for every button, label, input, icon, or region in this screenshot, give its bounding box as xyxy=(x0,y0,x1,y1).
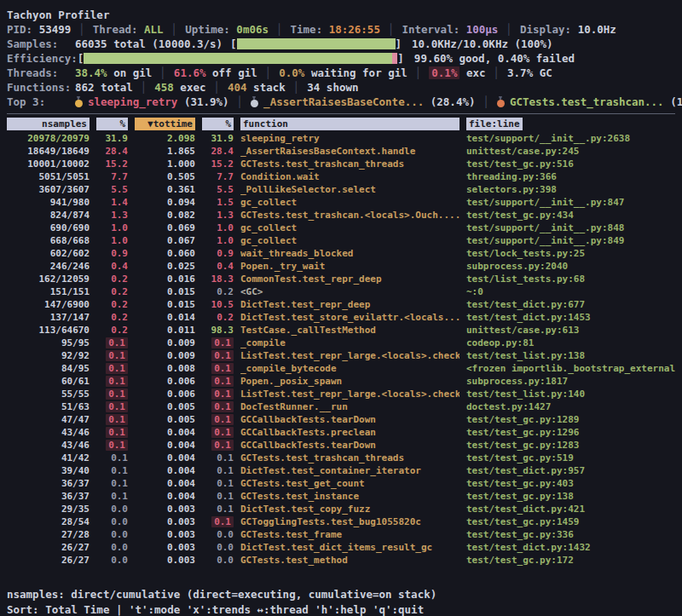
cumulative-pct-cell: 0.2 xyxy=(202,285,234,298)
file-line-cell: test/test_dict.py:421 xyxy=(466,503,675,515)
nsamples-cell: 39/40 xyxy=(7,464,90,477)
table-row[interactable]: 824/8741.30.0821.3GCTests.test_trashcan.… xyxy=(7,209,675,222)
table-row[interactable]: 246/2460.40.0250.4Popen._try_waitsubproc… xyxy=(7,260,675,273)
file-line-cell: test/support/__init__.py:2638 xyxy=(466,132,675,145)
table-row[interactable]: 151/1510.20.0150.2<GC>~:0 xyxy=(7,285,675,298)
pid-value: 53499 xyxy=(39,23,72,36)
table-row[interactable]: 28/540.00.0030.1GCTogglingTests.test_bug… xyxy=(7,515,675,528)
file-line-cell: subprocess.py:1817 xyxy=(466,375,675,388)
top-function[interactable]: _AssertRaisesBaseConte... (28.4%) xyxy=(251,95,475,108)
separator: │ xyxy=(293,81,300,94)
table-row[interactable]: 5051/50517.70.5057.7Condition.waitthread… xyxy=(7,170,675,183)
nsamples-cell: 246/246 xyxy=(7,260,90,273)
table-row[interactable]: 18649/1864928.41.86528.4_AssertRaisesBas… xyxy=(7,145,675,158)
table-row[interactable]: 147/69000.20.01510.5DictTest.test_repr_d… xyxy=(7,298,675,311)
table-row[interactable]: 41/420.10.0040.1GCTests.test_trashcan_th… xyxy=(7,452,675,464)
samples-progress-bar xyxy=(237,38,396,49)
nsamples-cell: 60/61 xyxy=(7,375,90,388)
table-row[interactable]: 92/920.10.0090.1ListTest.test_repr_large… xyxy=(7,349,675,362)
thread-stat: 61.6% off gil xyxy=(174,66,257,79)
table-row[interactable]: 51/630.10.0050.1DocTestRunner.__rundocte… xyxy=(7,400,675,413)
table-row[interactable]: 55/550.10.0060.1ListTest.test_repr_large… xyxy=(7,388,675,400)
cumulative-pct-cell: 0.1 xyxy=(202,400,234,413)
tottime-cell: 0.094 xyxy=(135,196,195,209)
nsamples-cell: 162/12059 xyxy=(7,273,90,285)
separator: │ xyxy=(494,66,500,79)
bar-open-bracket: [ xyxy=(230,37,237,50)
efficiency-label: Efficiency: xyxy=(7,52,78,65)
uptime-label: Uptime: xyxy=(185,23,230,36)
efficiency-bar xyxy=(84,53,397,64)
top-function-share: (31.9%) xyxy=(177,95,228,108)
cumulative-pct-cell: 0.1 xyxy=(202,413,234,426)
table-row[interactable]: 60/610.10.0060.1Popen._posix_spawnsubpro… xyxy=(7,375,675,388)
table-row[interactable]: 43/460.10.0040.1GCCallbackTests.preclean… xyxy=(7,426,675,439)
top-function[interactable]: sleeping_retry (31.9%) xyxy=(75,95,229,108)
cumulative-pct-cell: 10.5 xyxy=(202,298,234,311)
table-row[interactable]: 941/9801.40.0941.5gc_collecttest/support… xyxy=(7,196,675,209)
direct-pct-cell: 0.1 xyxy=(96,362,128,375)
stat-value: 862 xyxy=(75,81,95,94)
function-cell: DictTest.test_repr_deep xyxy=(240,298,459,311)
nsamples-cell: 43/46 xyxy=(7,439,90,452)
separator: │ xyxy=(213,81,220,94)
table-row[interactable]: 137/1470.20.0140.2DictTest.test_store_ev… xyxy=(7,311,675,324)
column-header-nsamples[interactable]: nsamples xyxy=(7,118,90,130)
nsamples-cell: 41/42 xyxy=(7,452,90,464)
file-line-cell: test/test_gc.py:403 xyxy=(466,477,675,490)
separator: │ xyxy=(276,23,283,36)
stat-label: exec xyxy=(174,81,206,94)
direct-pct-cell: 0.0 xyxy=(96,528,128,541)
table-row[interactable]: 95/950.10.0090.1_compilecodeop.py:81 xyxy=(7,337,675,349)
table-row[interactable]: 3607/36075.50.3615.5_PollLikeSelector.se… xyxy=(7,183,675,196)
column-header-cumulative-pct[interactable]: % xyxy=(202,118,234,130)
function-cell: Popen._posix_spawn xyxy=(240,375,459,388)
column-header-direct-pct[interactable]: % xyxy=(96,118,128,130)
file-line-cell: threading.py:366 xyxy=(466,170,675,183)
table-row[interactable]: 668/6681.00.0671.0gc_collecttest/support… xyxy=(7,234,675,247)
separator: │ xyxy=(237,95,244,108)
thread-value[interactable]: ALL xyxy=(144,23,164,36)
function-cell: GCCallbackTests.tearDown xyxy=(240,413,459,426)
column-header-tottime-sorted[interactable]: ▼tottime xyxy=(135,118,195,130)
top-function[interactable]: GCTests.test_trashcan... (15.2%) xyxy=(497,95,682,108)
function-cell: DocTestRunner.__run xyxy=(240,400,459,413)
file-line-cell: test/test_gc.py:519 xyxy=(466,452,675,464)
bronze-medal-icon xyxy=(497,96,505,107)
samples-row: Samples:66035 total (10000.3/s)[]10.0KHz… xyxy=(7,37,675,51)
direct-pct-cell: 0.1 xyxy=(96,375,128,388)
table-row[interactable]: 20978/2097931.92.09831.9sleeping_retryte… xyxy=(7,132,675,145)
top-function-name: _AssertRaisesBaseConte... xyxy=(263,95,424,108)
table-row[interactable]: 43/460.10.0040.1GCCallbackTests.tearDown… xyxy=(7,439,675,452)
table-row[interactable]: 26/270.00.0030.0GCTests.test_methodtest/… xyxy=(7,554,675,567)
tottime-cell: 1.865 xyxy=(135,145,195,158)
table-row[interactable]: 113/646700.20.01198.3TestCase._callTestM… xyxy=(7,324,675,337)
status-bar: PID: 53499│Thread: ALL│Uptime: 0m06s│Tim… xyxy=(7,22,675,37)
function-cell: ListTest.test_repr_large.<locals>.check xyxy=(240,388,459,400)
column-header-function[interactable]: function xyxy=(240,118,459,130)
table-row[interactable]: 162/120590.20.01618.3CommonTest.test_rep… xyxy=(7,273,675,285)
bar-open-bracket: [ xyxy=(78,52,84,65)
function-stat: 458 exec xyxy=(154,81,205,94)
table-row[interactable]: 47/470.10.0050.1GCCallbackTests.tearDown… xyxy=(7,413,675,426)
table-row[interactable]: 10001/1000215.21.00015.2GCTests.test_tra… xyxy=(7,158,675,170)
function-cell: GCTests.test_frame xyxy=(240,528,459,541)
file-line-cell: test/test_gc.py:1283 xyxy=(466,439,675,452)
table-row[interactable]: 27/280.00.0030.0GCTests.test_frametest/t… xyxy=(7,528,675,541)
table-row[interactable]: 26/270.00.0030.0DictTest.test_dict_items… xyxy=(7,541,675,554)
table-row[interactable]: 602/6020.90.0600.9wait_threads_blockedte… xyxy=(7,247,675,260)
direct-pct-cell: 0.9 xyxy=(96,247,128,260)
direct-pct-cell: 0.2 xyxy=(96,324,128,337)
table-row[interactable]: 39/400.10.0040.1DictTest.test_container_… xyxy=(7,464,675,477)
column-header-file-line[interactable]: file:line xyxy=(466,118,523,130)
table-row[interactable]: 36/370.10.0040.1GCTests.test_get_countte… xyxy=(7,477,675,490)
direct-pct-cell: 0.2 xyxy=(96,298,128,311)
file-line-cell: doctest.py:1427 xyxy=(466,400,675,413)
table-row[interactable]: 84/950.10.0080.1_compile_bytecode<frozen… xyxy=(7,362,675,375)
table-row[interactable]: 29/350.00.0030.1DictTest.test_copy_fuzzt… xyxy=(7,503,675,515)
thread-stat: 0.1% exc xyxy=(429,66,485,79)
table-row[interactable]: 690/6901.00.0691.0gc_collecttest/support… xyxy=(7,222,675,234)
cumulative-pct-cell: 0.1 xyxy=(202,349,234,362)
table-row[interactable]: 36/370.10.0040.1GCTests.test_instancetes… xyxy=(7,490,675,503)
function-cell: DictTest.test_container_iterator xyxy=(240,464,459,477)
